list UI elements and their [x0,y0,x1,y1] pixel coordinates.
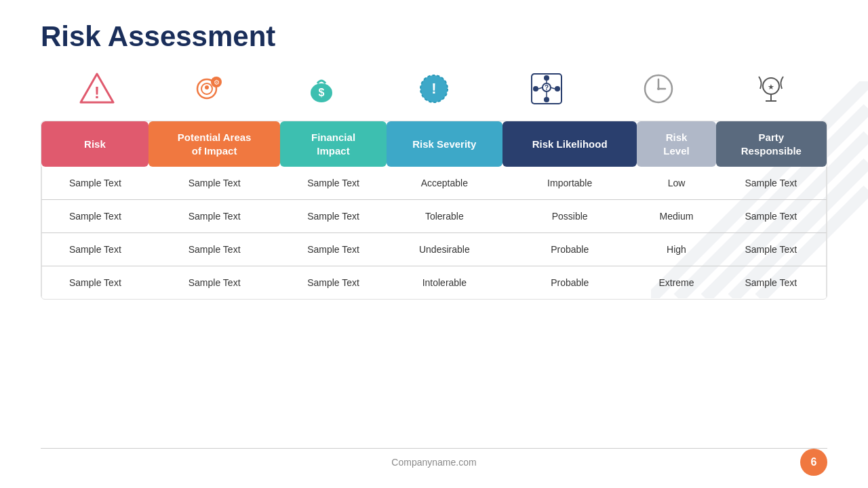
cell-r1-c6: Sample Text [716,200,827,233]
cell-r1-c0: Sample Text [41,200,149,233]
cell-r1-c4: Possible [502,200,637,233]
svg-text:★: ★ [768,83,774,91]
cell-r3-c5: Extreme [637,266,715,299]
page-content: Risk Assessment ! ⚙ $ [0,0,868,300]
cell-r3-c3: Intolerable [387,266,502,299]
table-header-row: RiskPotential Areasof ImpactFinancialImp… [41,121,827,167]
cell-r2-c4: Probable [502,233,637,266]
cell-r0-c1: Sample Text [149,167,281,200]
settings-alert-icon: ! [416,71,452,106]
brain-gear-icon: ⚙ [192,71,227,106]
table-row: Sample TextSample TextSample TextTolerab… [41,200,827,233]
cell-r0-c0: Sample Text [41,167,149,200]
cell-r0-c2: Sample Text [280,167,386,200]
table-header-0: Risk [41,121,149,167]
svg-point-31 [657,87,660,90]
risk-table: RiskPotential Areasof ImpactFinancialImp… [41,121,827,299]
table-row: Sample TextSample TextSample TextUndesir… [41,233,827,266]
brain-gear-icon-cell: ⚙ [153,65,266,113]
table-body: Sample TextSample TextSample TextAccepta… [41,167,827,299]
risk-table-wrapper: RiskPotential Areasof ImpactFinancialImp… [41,121,827,300]
cell-r3-c1: Sample Text [149,266,281,299]
settings-alert-icon-cell: ! [378,65,490,113]
cell-r2-c0: Sample Text [41,233,149,266]
table-row: Sample TextSample TextSample TextIntoler… [41,266,827,299]
table-header-5: RiskLevel [637,121,715,167]
svg-text:!: ! [94,83,100,102]
table-header-3: Risk Severity [387,121,502,167]
svg-point-22 [544,75,549,81]
table-header-2: FinancialImpact [280,121,386,167]
svg-point-20 [533,86,538,92]
table-header-4: Risk Likelihood [502,121,637,167]
question-network-icon: ? [529,71,564,106]
svg-text:!: ! [431,80,436,97]
trophy-icon: ★ [753,71,789,106]
cell-r3-c6: Sample Text [716,266,827,299]
cell-r2-c5: High [637,233,715,266]
company-name: Companyname.com [303,457,566,468]
cell-r0-c5: Low [637,167,715,200]
svg-point-21 [555,86,560,92]
svg-point-11 [205,85,209,89]
page-footer: Companyname.com 6 [41,449,827,476]
cell-r2-c2: Sample Text [280,233,386,266]
page-title: Risk Assessment [41,20,827,53]
question-network-icon-cell: ? [490,65,603,113]
warning-icon: ! [79,71,115,106]
trophy-icon-cell: ★ [715,65,827,113]
cell-r1-c5: Medium [637,200,715,233]
money-bag-icon: $ [304,71,339,106]
cell-r0-c3: Acceptable [387,167,502,200]
warning-icon-cell: ! [41,65,153,113]
cell-r0-c6: Sample Text [716,167,827,200]
money-bag-icon-cell: $ [265,65,378,113]
icons-row: ! ⚙ $ ! [41,65,827,113]
cell-r3-c0: Sample Text [41,266,149,299]
cell-r1-c3: Tolerable [387,200,502,233]
cell-r2-c6: Sample Text [716,233,827,266]
clock-icon [641,71,676,106]
svg-line-24 [538,87,542,89]
cell-r2-c1: Sample Text [149,233,281,266]
cell-r3-c4: Probable [502,266,637,299]
svg-line-25 [551,87,555,89]
cell-r3-c2: Sample Text [280,266,386,299]
table-row: Sample TextSample TextSample TextAccepta… [41,167,827,200]
svg-text:$: $ [319,87,325,98]
cell-r0-c4: Importable [502,167,637,200]
cell-r2-c3: Undesirable [387,233,502,266]
page-number: 6 [800,449,827,476]
svg-point-23 [544,97,549,102]
clock-icon-cell [603,65,715,113]
cell-r1-c2: Sample Text [280,200,386,233]
svg-text:⚙: ⚙ [213,79,219,86]
cell-r1-c1: Sample Text [149,200,281,233]
svg-text:?: ? [545,84,549,92]
table-header-1: Potential Areasof Impact [149,121,281,167]
table-header-6: PartyResponsible [716,121,827,167]
